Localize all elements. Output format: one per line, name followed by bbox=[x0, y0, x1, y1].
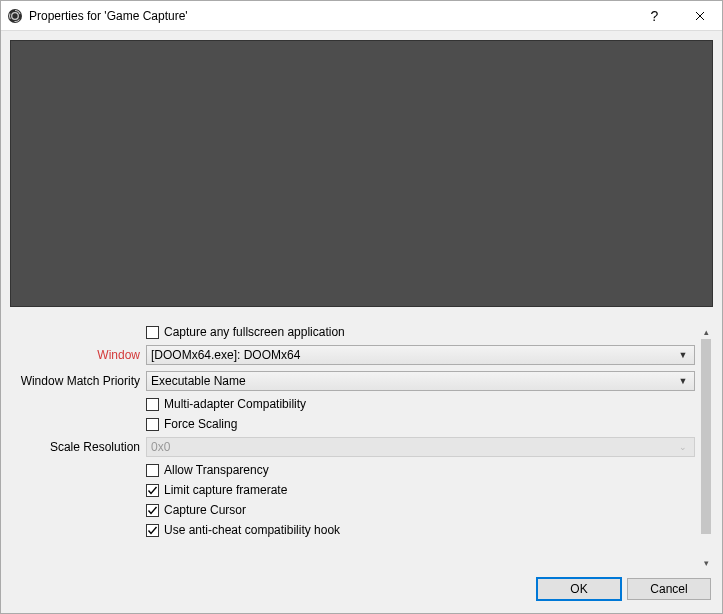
scroll-thumb[interactable] bbox=[701, 339, 711, 534]
window-dropdown[interactable]: [DOOMx64.exe]: DOOMx64 ▼ bbox=[146, 345, 695, 365]
window-label: Window bbox=[10, 348, 140, 362]
close-icon bbox=[695, 11, 705, 21]
vertical-scrollbar[interactable]: ▴ ▾ bbox=[699, 325, 713, 570]
anti-cheat-row[interactable]: Use anti-cheat compatibility hook bbox=[146, 523, 695, 537]
match-priority-dropdown[interactable]: Executable Name ▼ bbox=[146, 371, 695, 391]
ok-button[interactable]: OK bbox=[537, 578, 621, 600]
scale-resolution-value: 0x0 bbox=[151, 440, 676, 454]
capture-cursor-label: Capture Cursor bbox=[164, 503, 246, 517]
cancel-button[interactable]: Cancel bbox=[627, 578, 711, 600]
allow-transparency-label: Allow Transparency bbox=[164, 463, 269, 477]
multi-adapter-row[interactable]: Multi-adapter Compatibility bbox=[146, 397, 695, 411]
allow-transparency-checkbox[interactable] bbox=[146, 464, 159, 477]
chevron-down-icon: ▼ bbox=[676, 350, 690, 360]
close-button[interactable] bbox=[677, 1, 722, 31]
capture-fullscreen-label: Capture any fullscreen application bbox=[164, 325, 345, 339]
allow-transparency-row[interactable]: Allow Transparency bbox=[146, 463, 695, 477]
capture-cursor-row[interactable]: Capture Cursor bbox=[146, 503, 695, 517]
app-icon bbox=[7, 8, 23, 24]
force-scaling-label: Force Scaling bbox=[164, 417, 237, 431]
scroll-track[interactable] bbox=[699, 339, 713, 556]
anti-cheat-label: Use anti-cheat compatibility hook bbox=[164, 523, 340, 537]
match-priority-label: Window Match Priority bbox=[10, 374, 140, 388]
multi-adapter-checkbox[interactable] bbox=[146, 398, 159, 411]
window-title: Properties for 'Game Capture' bbox=[29, 9, 188, 23]
chevron-down-icon: ⌄ bbox=[676, 442, 690, 452]
limit-framerate-label: Limit capture framerate bbox=[164, 483, 287, 497]
chevron-down-icon: ▼ bbox=[676, 376, 690, 386]
properties-form: Capture any fullscreen application Windo… bbox=[10, 325, 713, 570]
scale-resolution-dropdown: 0x0 ⌄ bbox=[146, 437, 695, 457]
titlebar: Properties for 'Game Capture' ? bbox=[1, 1, 722, 31]
capture-fullscreen-row[interactable]: Capture any fullscreen application bbox=[146, 325, 695, 339]
scroll-up-icon[interactable]: ▴ bbox=[699, 325, 713, 339]
limit-framerate-row[interactable]: Limit capture framerate bbox=[146, 483, 695, 497]
window-dropdown-value: [DOOMx64.exe]: DOOMx64 bbox=[151, 348, 676, 362]
scale-resolution-label: Scale Resolution bbox=[10, 440, 140, 454]
preview-pane bbox=[10, 40, 713, 307]
match-priority-value: Executable Name bbox=[151, 374, 676, 388]
dialog-footer: OK Cancel bbox=[10, 570, 713, 604]
force-scaling-checkbox[interactable] bbox=[146, 418, 159, 431]
help-button[interactable]: ? bbox=[632, 1, 677, 31]
svg-point-0 bbox=[8, 9, 22, 23]
anti-cheat-checkbox[interactable] bbox=[146, 524, 159, 537]
force-scaling-row[interactable]: Force Scaling bbox=[146, 417, 695, 431]
multi-adapter-label: Multi-adapter Compatibility bbox=[164, 397, 306, 411]
limit-framerate-checkbox[interactable] bbox=[146, 484, 159, 497]
capture-fullscreen-checkbox[interactable] bbox=[146, 326, 159, 339]
content-area: Capture any fullscreen application Windo… bbox=[1, 31, 722, 613]
scroll-down-icon[interactable]: ▾ bbox=[699, 556, 713, 570]
capture-cursor-checkbox[interactable] bbox=[146, 504, 159, 517]
